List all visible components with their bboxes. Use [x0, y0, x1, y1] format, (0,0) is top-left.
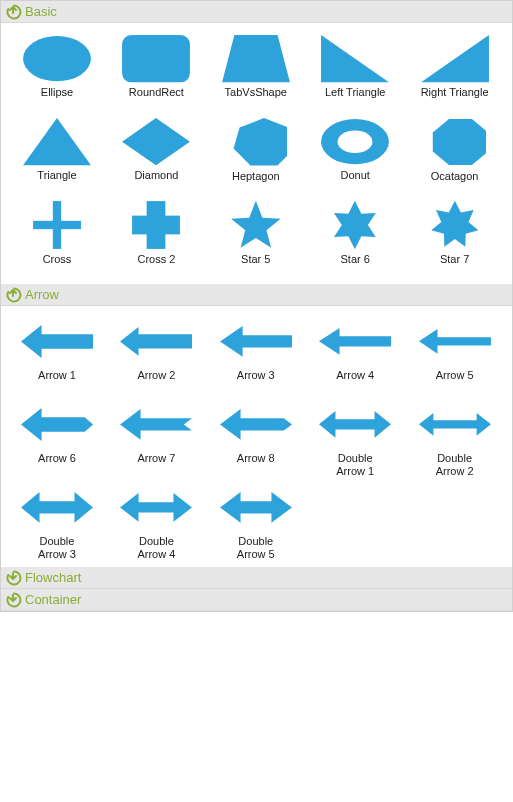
shape-item-arrow7[interactable]: Arrow 7 [110, 399, 202, 474]
arrow5-icon [419, 316, 491, 367]
shape-item-arrow4[interactable]: Arrow 4 [309, 316, 401, 391]
shape-label: Cross [43, 253, 72, 274]
shape-item-star7[interactable]: Star 7 [409, 199, 501, 274]
shape-item-tabvshape[interactable]: TabVsShape [210, 33, 302, 108]
shape-item-diamond[interactable]: Diamond [110, 116, 202, 191]
shape-item-darrow4[interactable]: Double Arrow 4 [110, 482, 202, 557]
shape-item-arrow1[interactable]: Arrow 1 [11, 316, 103, 391]
section-header-basic[interactable]: Basic [1, 1, 512, 23]
shape-label: Arrow 3 [237, 369, 275, 391]
arrow2-icon [120, 316, 192, 367]
triangle-icon [21, 116, 93, 167]
shape-label: Star 6 [341, 253, 370, 274]
cross2-icon [120, 199, 192, 251]
arrow3-icon [220, 316, 292, 367]
arrow8-icon [220, 399, 292, 450]
section-title: Arrow [25, 287, 59, 302]
octagon-icon [419, 116, 491, 168]
heptagon-icon [220, 116, 292, 168]
shape-label: Star 7 [440, 253, 469, 274]
svg-marker-6 [122, 118, 190, 165]
shape-label: Arrow 2 [137, 369, 175, 391]
star7-icon [419, 199, 491, 251]
section-title: Basic [25, 4, 57, 19]
shape-label: Donut [341, 169, 370, 191]
svg-marker-17 [431, 201, 478, 247]
section-title: Container [25, 592, 81, 607]
svg-point-0 [23, 36, 91, 81]
darrow1-icon [319, 399, 391, 450]
shape-label: Cross 2 [137, 253, 175, 274]
shape-label: Arrow 1 [38, 369, 76, 391]
shape-label: Double Arrow 2 [436, 452, 474, 474]
shape-label: Double Arrow 4 [137, 535, 175, 557]
shape-item-star5[interactable]: Star 5 [210, 199, 302, 274]
diamond-icon [120, 116, 192, 167]
shape-item-darrow3[interactable]: Double Arrow 3 [11, 482, 103, 557]
section-body-arrow: Arrow 1Arrow 2Arrow 3Arrow 4Arrow 5Arrow… [1, 306, 512, 567]
svg-marker-15 [231, 201, 280, 248]
arrow1-icon [21, 316, 93, 367]
shape-item-darrow5[interactable]: Double Arrow 5 [210, 482, 302, 557]
shape-item-star6[interactable]: Star 6 [309, 199, 401, 274]
shape-label: Ellipse [41, 86, 73, 108]
shape-label: Arrow 7 [137, 452, 175, 474]
roundrect-icon [120, 33, 192, 84]
shape-label: Star 5 [241, 253, 270, 274]
tabvshape-icon [220, 33, 292, 84]
shape-item-cross[interactable]: Cross [11, 199, 103, 274]
section-header-flowchart[interactable]: Flowchart [1, 567, 512, 589]
shape-item-octagon[interactable]: Ocatagon [409, 116, 501, 191]
shape-item-roundrect[interactable]: RoundRect [110, 33, 202, 108]
shape-item-arrow8[interactable]: Arrow 8 [210, 399, 302, 474]
shape-label: Ocatagon [431, 170, 479, 191]
collapse-icon [5, 286, 23, 304]
shape-label: Diamond [134, 169, 178, 191]
svg-marker-7 [233, 118, 287, 165]
shape-item-arrow3[interactable]: Arrow 3 [210, 316, 302, 391]
svg-rect-1 [122, 35, 190, 82]
section-header-arrow[interactable]: Arrow [1, 284, 512, 306]
shape-item-arrow2[interactable]: Arrow 2 [110, 316, 202, 391]
shape-item-left-triangle[interactable]: Left Triangle [309, 33, 401, 108]
expand-icon [5, 569, 23, 587]
shape-item-arrow6[interactable]: Arrow 6 [11, 399, 103, 474]
shape-label: Right Triangle [421, 86, 489, 108]
shape-label: Double Arrow 1 [336, 452, 374, 474]
svg-marker-16 [334, 201, 376, 249]
shape-item-triangle[interactable]: Triangle [11, 116, 103, 191]
shape-label: Arrow 5 [436, 369, 474, 391]
arrow4-icon [319, 316, 391, 367]
svg-point-9 [338, 130, 373, 153]
shape-label: Triangle [37, 169, 76, 191]
shape-item-darrow2[interactable]: Double Arrow 2 [409, 399, 501, 474]
shape-item-right-triangle[interactable]: Right Triangle [409, 33, 501, 108]
shape-item-darrow1[interactable]: Double Arrow 1 [309, 399, 401, 474]
expand-icon [5, 591, 23, 609]
shape-palette-panel: BasicEllipseRoundRectTabVsShapeLeft Tria… [0, 0, 513, 612]
svg-rect-14 [132, 216, 180, 235]
svg-marker-3 [321, 35, 389, 82]
shape-item-ellipse[interactable]: Ellipse [11, 33, 103, 108]
svg-marker-4 [421, 35, 489, 82]
svg-marker-5 [23, 118, 91, 165]
arrow6-icon [21, 399, 93, 450]
svg-rect-12 [33, 221, 81, 229]
darrow5-icon [220, 482, 292, 533]
shape-label: Double Arrow 5 [237, 535, 275, 557]
shape-label: Left Triangle [325, 86, 386, 108]
section-header-container[interactable]: Container [1, 589, 512, 611]
svg-marker-10 [433, 119, 486, 165]
star5-icon [220, 199, 292, 251]
shape-label: Arrow 6 [38, 452, 76, 474]
shape-item-arrow5[interactable]: Arrow 5 [409, 316, 501, 391]
right-triangle-icon [419, 33, 491, 84]
shape-item-donut[interactable]: Donut [309, 116, 401, 191]
collapse-icon [5, 3, 23, 21]
shape-label: TabVsShape [225, 86, 287, 108]
shape-item-heptagon[interactable]: Heptagon [210, 116, 302, 191]
shape-label: RoundRect [129, 86, 184, 108]
cross-icon [21, 199, 93, 251]
darrow3-icon [21, 482, 93, 533]
shape-item-cross2[interactable]: Cross 2 [110, 199, 202, 274]
